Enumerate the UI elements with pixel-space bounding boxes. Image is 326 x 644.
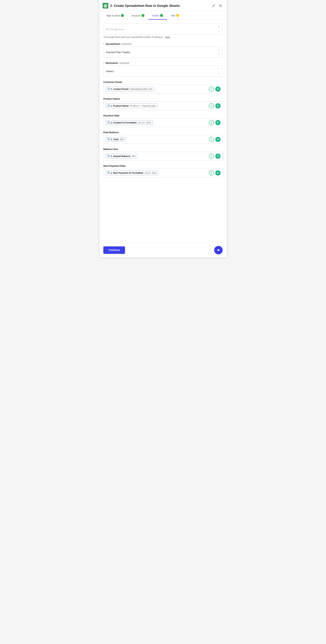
spreadsheet-select[interactable]: Payment Plan Tracker ⌃⌄ (103, 46, 223, 58)
spreadsheet-value: Payment Plan Tracker (106, 51, 130, 54)
tag-value-next-payment-date: Jul 07, 2024 (144, 172, 157, 174)
tag-value-customer-email: safaa@depositfix.com (130, 88, 152, 90)
panel-title: 2. Create Spreadsheet Row in Google Shee… (110, 4, 180, 8)
lightbulb-button-next-payment-date[interactable] (209, 170, 214, 176)
grammarly-button-paid-balance[interactable]: G (215, 137, 220, 142)
close-button[interactable] (218, 4, 223, 8)
google-sheets-icon (103, 3, 108, 8)
lightbulb-button-product-name[interactable] (209, 103, 214, 108)
lightbulb-button-customer-email[interactable] (209, 86, 214, 92)
tag-actions-next-payment-date: G (209, 170, 220, 176)
tag-bold-next-payment-date: 1. Next Payment At Formatted: (111, 172, 144, 174)
tag-input-customer-email[interactable]: 1. Contact Email: safaa@depositfix.comG (103, 85, 223, 94)
worksheet-field-section: * Worksheet (required) Sheet1 ⌃⌄ (103, 62, 223, 77)
field-section-customer-email: Customer Email1. Contact Email: safaa@de… (103, 80, 223, 94)
field-section-paid-balance: Paid Balance1. Total: 400G (103, 131, 223, 144)
lightbulb-icon (210, 138, 213, 141)
svg-point-16 (218, 250, 219, 250)
tag-input-left-balance-due: 1. Unpaid Balance: 800 (106, 154, 209, 158)
tag-value-payment-date: Jun 07, 2024 (138, 121, 151, 124)
tag-value-paid-balance: 400 (120, 138, 124, 141)
content-area: My Google Drive ⌃⌄ The Google Drive wher… (99, 20, 227, 257)
spreadsheet-required-text: (required) (121, 43, 132, 45)
continue-button[interactable]: Continue (103, 246, 125, 254)
drive-field-section: My Google Drive ⌃⌄ The Google Drive wher… (103, 24, 223, 38)
tag-bold-paid-balance: 1. Total: (111, 138, 119, 141)
tab-test[interactable]: Test ▲ (167, 11, 183, 20)
field-label-payment-date: Payment Date (103, 114, 223, 117)
pencil-icon (212, 4, 215, 7)
svg-rect-2 (104, 5, 105, 5)
grammarly-button-payment-date[interactable]: G (215, 120, 220, 125)
drive-more-link[interactable]: more (165, 36, 170, 38)
tag-input-payment-date[interactable]: 1. Created At Formatted: Jun 07, 2024G (103, 118, 223, 127)
tag-input-balance-due[interactable]: 1. Unpaid Balance: 800G (103, 152, 223, 160)
svg-point-17 (219, 250, 219, 250)
field-section-balance-due: Balance Due1. Unpaid Balance: 800G (103, 148, 223, 160)
svg-rect-7 (106, 6, 107, 6)
worksheet-required-text: (required) (119, 62, 129, 64)
drive-select-value: My Google Drive (106, 28, 124, 30)
grammarly-button-next-payment-date[interactable]: G (215, 170, 220, 176)
tab-action[interactable]: Action ✓ (148, 11, 167, 20)
grammarly-button-balance-due[interactable]: G (215, 154, 220, 159)
spreadsheet-label-text: Spreadsheet (106, 42, 120, 45)
svg-rect-3 (106, 5, 107, 5)
worksheet-required-star: * (103, 62, 104, 64)
drive-select[interactable]: My Google Drive ⌃⌄ (103, 24, 223, 35)
lightbulb-button-payment-date[interactable] (209, 120, 214, 125)
field-label-product-name: Product Name (103, 97, 223, 100)
tag-actions-customer-email: G (209, 86, 220, 92)
tag-actions-payment-date: G (209, 120, 220, 125)
grammarly-button-customer-email[interactable]: G (215, 86, 220, 92)
lightbulb-icon (210, 121, 213, 124)
worksheet-chevron-icon: ⌃⌄ (218, 68, 220, 74)
tab-action-check: ✓ (160, 14, 163, 17)
zapier-icon (107, 88, 110, 90)
tab-bar: App & event ✓ Account ✓ Action ✓ Test ▲ (99, 11, 227, 20)
drive-hint-text: The Google Drive where your spreadsheet … (103, 36, 164, 38)
tag-bold-balance-due: 1. Unpaid Balance: (111, 155, 131, 158)
worksheet-label: * Worksheet (required) (103, 62, 223, 64)
tag-input-product-name[interactable]: 1. Product Name: Product 1 - Payment pla… (103, 102, 223, 110)
svg-rect-5 (106, 6, 107, 6)
lightbulb-icon (210, 104, 213, 107)
lightbulb-icon (210, 155, 213, 158)
lightbulb-button-balance-due[interactable] (209, 154, 214, 159)
tag-customer-email: 1. Contact Email: safaa@depositfix.com (106, 87, 154, 91)
tab-test-warn: ▲ (176, 14, 179, 17)
field-section-next-payment-date: Next Payment Date1. Next Payment At Form… (103, 164, 223, 177)
header-actions (212, 4, 223, 8)
zapier-icon (107, 172, 110, 174)
tag-actions-paid-balance: G (209, 137, 220, 142)
tag-actions-balance-due: G (209, 154, 220, 159)
tag-payment-date: 1. Created At Formatted: Jun 07, 2024 (106, 120, 153, 125)
tag-input-left-payment-date: 1. Created At Formatted: Jun 07, 2024 (106, 120, 209, 125)
worksheet-label-text: Worksheet (106, 62, 118, 64)
grammarly-button-product-name[interactable]: G (215, 103, 220, 108)
worksheet-select[interactable]: Sheet1 ⌃⌄ (103, 66, 223, 77)
tag-input-left-product-name: 1. Product Name: Product 1 - Payment pla… (106, 104, 209, 108)
tag-actions-product-name: G (209, 103, 220, 108)
tag-value-product-name: Product 1 - Payment plan (130, 104, 156, 107)
zapier-icon (107, 155, 110, 158)
tag-bold-customer-email: 1. Contact Email: (111, 88, 129, 90)
spreadsheet-label: * Spreadsheet (required) (103, 42, 223, 45)
edit-button[interactable] (212, 4, 216, 8)
svg-rect-4 (104, 6, 105, 6)
chat-icon (216, 248, 220, 252)
tab-account-label: Account (132, 14, 141, 17)
chat-button[interactable] (214, 246, 223, 254)
lightbulb-button-paid-balance[interactable] (209, 137, 214, 142)
tab-app-event[interactable]: App & event ✓ (103, 11, 128, 20)
panel-header: 2. Create Spreadsheet Row in Google Shee… (99, 0, 227, 11)
zapier-icon (107, 104, 110, 107)
tab-app-event-check: ✓ (121, 14, 124, 17)
tab-account-check: ✓ (142, 14, 144, 17)
tag-input-next-payment-date[interactable]: 1. Next Payment At Formatted: Jul 07, 20… (103, 168, 223, 177)
lightbulb-icon (210, 172, 213, 174)
tag-input-paid-balance[interactable]: 1. Total: 400G (103, 135, 223, 144)
tab-account[interactable]: Account ✓ (128, 11, 148, 20)
dynamic-fields: Customer Email1. Contact Email: safaa@de… (103, 80, 223, 177)
svg-rect-6 (104, 6, 105, 6)
